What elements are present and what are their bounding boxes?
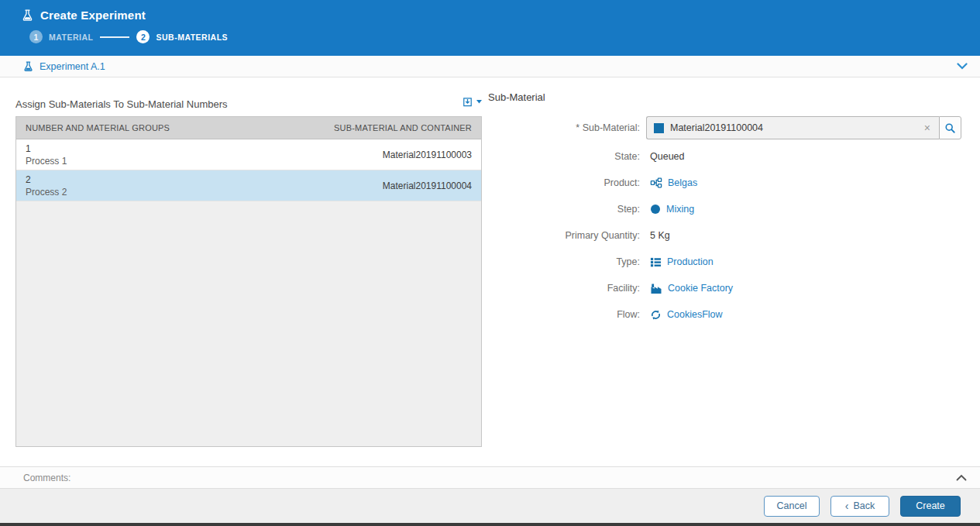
field-label: Flow: (488, 309, 640, 320)
field-value: Queued (650, 151, 684, 162)
experiment-title: Experiment A.1 (40, 61, 105, 72)
cell-number-group: 2Process 2 (26, 174, 67, 198)
flask-icon (22, 9, 33, 22)
experiment-bar[interactable]: Experiment A.1 (0, 56, 980, 77)
content-area: Assign Sub-Materials To Sub-Material Num… (0, 77, 980, 466)
material-square-icon (654, 123, 664, 133)
chevron-down-icon[interactable] (957, 63, 968, 70)
field-value-link[interactable]: Production (667, 256, 714, 267)
export-download-icon (461, 95, 474, 108)
chevron-up-icon[interactable] (956, 474, 967, 481)
table-header-row: NUMBER AND MATERIAL GROUPS SUB-MATERIAL … (16, 117, 481, 139)
sub-material-fields: State:QueuedProduct:BelgasStep:MixingPri… (488, 143, 965, 328)
facility-icon (650, 283, 662, 294)
field-value-link[interactable]: CookiesFlow (667, 309, 723, 320)
wizard-step-material[interactable]: 1MATERIAL (29, 30, 93, 43)
field-value: 5 Kg (650, 230, 670, 241)
search-button[interactable] (939, 116, 961, 139)
field-value-text: Queued (650, 151, 684, 162)
sub-material-panel-title: Sub-Material (488, 91, 965, 103)
step-label: MATERIAL (49, 33, 93, 42)
create-button[interactable]: Create (900, 496, 961, 517)
window-bottom-edge (0, 523, 980, 526)
step-icon (650, 204, 661, 215)
table-row[interactable]: 1Process 1Material20191100003 (16, 139, 481, 170)
field-value-link[interactable]: Belgas (668, 177, 697, 188)
field-value: CookiesFlow (650, 309, 723, 321)
row-number: 2 (26, 174, 67, 186)
field-value: Production (650, 256, 714, 268)
table-body: 1Process 1Material201911000032Process 2M… (16, 139, 481, 201)
sub-material-input-value: Material20191100004 (670, 122, 916, 133)
row-number: 1 (26, 143, 67, 155)
step-number: 1 (29, 30, 43, 43)
assign-panel: Assign Sub-Materials To Sub-Material Num… (15, 91, 482, 447)
detail-field-row: Product:Belgas (488, 170, 965, 196)
cell-number-group: 1Process 1 (26, 143, 67, 167)
field-label: Type: (488, 256, 640, 267)
caret-down-icon (476, 100, 482, 104)
page-title: Create Experiment (40, 9, 146, 22)
flow-icon (650, 309, 662, 321)
column-header-number-groups: NUMBER AND MATERIAL GROUPS (26, 123, 170, 132)
field-value-link[interactable]: Mixing (666, 204, 694, 215)
type-icon (650, 256, 662, 268)
back-button-label: Back (853, 500, 875, 511)
table-row[interactable]: 2Process 2Material20191100004 (16, 170, 481, 201)
detail-field-row: Step:Mixing (488, 196, 965, 222)
wizard-steps: 1MATERIAL2SUB-MATERIALS (29, 30, 980, 43)
clear-icon[interactable]: × (923, 122, 932, 133)
comments-label: Comments: (23, 473, 70, 483)
sub-material-field-label: * Sub-Material: (488, 122, 640, 133)
step-label: SUB-MATERIALS (156, 33, 228, 42)
cell-sub-material: Material20191100004 (383, 180, 472, 191)
chevron-left-icon: ‹ (845, 500, 849, 511)
row-material-group: Process 1 (26, 155, 67, 167)
field-label: State: (488, 151, 640, 162)
assign-panel-title: Assign Sub-Materials To Sub-Material Num… (15, 98, 228, 110)
sub-material-panel: Sub-Material * Sub-Material: Material201… (488, 91, 965, 328)
detail-field-row: Facility:Cookie Factory (488, 275, 965, 301)
cell-sub-material: Material20191100003 (383, 150, 472, 160)
back-button[interactable]: ‹ Back (830, 496, 889, 517)
sub-material-input[interactable]: Material20191100004 × (646, 116, 939, 139)
field-value: Mixing (650, 204, 694, 215)
detail-field-row: State:Queued (488, 143, 965, 170)
row-material-group: Process 2 (26, 186, 67, 198)
comments-bar[interactable]: Comments: (0, 466, 980, 489)
field-label: Step: (488, 204, 640, 215)
field-value: Belgas (650, 177, 697, 189)
footer-actions: Cancel ‹ Back Create (0, 489, 980, 523)
detail-field-row: Flow:CookiesFlow (488, 301, 965, 328)
field-label: Primary Quantity: (488, 230, 640, 241)
field-label: Product: (488, 177, 640, 188)
export-button[interactable] (461, 95, 482, 110)
search-icon (944, 122, 956, 134)
detail-field-row: Primary Quantity:5 Kg (488, 222, 965, 249)
wizard-header: Create Experiment 1MATERIAL2SUB-MATERIAL… (0, 0, 980, 56)
field-value-text: 5 Kg (650, 230, 670, 241)
flask-icon (23, 61, 33, 72)
wizard-step-sub-materials[interactable]: 2SUB-MATERIALS (136, 30, 228, 43)
field-label: Facility: (488, 283, 640, 294)
product-icon (650, 177, 662, 189)
cancel-button[interactable]: Cancel (764, 496, 820, 517)
detail-field-row: Type:Production (488, 249, 965, 275)
field-value-link[interactable]: Cookie Factory (668, 283, 733, 294)
assign-table: NUMBER AND MATERIAL GROUPS SUB-MATERIAL … (15, 116, 482, 447)
sub-material-lookup-row: * Sub-Material: Material20191100004 × (488, 115, 965, 140)
field-value: Cookie Factory (650, 283, 733, 294)
column-header-submaterial-container: SUB-MATERIAL AND CONTAINER (334, 123, 472, 132)
step-connector (100, 36, 129, 38)
step-number: 2 (136, 30, 150, 43)
